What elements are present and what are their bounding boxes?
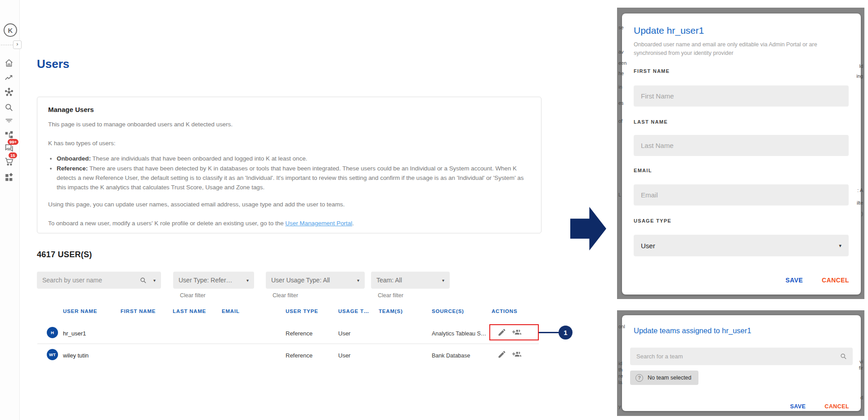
add-to-team-icon[interactable] [512,350,521,359]
info-card-p2: K has two types of users: [48,139,530,148]
page-title: Users [37,57,69,71]
col-header-sources: SOURCE(S) [432,308,464,314]
info-card-p4: To onboard a new user, modify a users' K… [48,219,530,228]
backdrop-text-fragment: d [860,395,863,400]
avatar: H [47,327,58,338]
cell-sources: Bank Database [432,353,470,359]
avatar: WT [47,349,58,360]
search-icon [139,277,147,284]
last-name-label: LAST NAME [634,119,668,125]
cell-usage-type: User [338,330,350,337]
update-user-modal: Update hr_user1 Onboarded user name and … [622,13,861,295]
chevron-down-icon: ▾ [153,278,156,283]
cell-username: hr_user1 [63,330,86,337]
cancel-button[interactable]: CANCEL [822,277,849,284]
chevron-down-icon: ▾ [839,243,841,249]
backdrop-text-fragment: : A [857,188,863,193]
usage-type-filter[interactable]: User Usage Type: All ▾ [266,272,365,289]
clear-user-type-filter[interactable]: Clear filter [180,292,206,299]
backdrop-text-fragment: es [618,100,624,106]
usage-type-select[interactable]: User ▾ [634,235,849,256]
cell-user-type: Reference [286,352,313,359]
widgets-icon[interactable] [4,173,14,183]
user-type-filter[interactable]: User Type: Refer… ▾ [173,272,254,289]
backdrop-text-fragment: y [618,404,621,409]
email-field[interactable] [634,184,849,206]
col-header-teams: TEAM(S) [379,308,403,314]
chevron-down-icon: ▾ [357,278,359,283]
info-card-heading: Manage Users [48,106,530,113]
search-user-input[interactable]: Search by user name ▾ [37,272,161,289]
backdrop-text-fragment: ilte [857,200,863,206]
left-nav-rail: K › 99+ 15 [0,0,20,420]
search-icon [840,353,847,360]
backdrop-text-fragment: he [618,71,624,76]
row-divider [37,344,539,344]
annotation-highlight-box [489,324,539,340]
help-icon: ? [635,374,643,382]
edit-user-icon[interactable] [497,350,506,359]
cell-usage-type: User [338,352,350,359]
col-header-first-name: FIRST NAME [121,308,156,314]
chevron-down-icon: ▾ [246,278,249,283]
arrow-right-icon [570,207,606,250]
cell-user-type: Reference [286,330,313,337]
chat-badge: 99+ [8,139,18,145]
clear-usage-type-filter[interactable]: Clear filter [273,292,298,299]
list-item: Onboarded: These are individuals that ha… [57,154,530,164]
backdrop-text-fragment: of [618,118,622,124]
team-filter[interactable]: Team: All ▾ [371,272,450,289]
info-card-p3: Using this page, you can update user nam… [48,200,530,209]
save-button[interactable]: SAVE [786,277,803,284]
update-teams-screenshot: Update teams assigned to hr_user1 ? No t… [617,310,864,416]
cell-sources: Analytics Tableau S… [432,331,486,337]
team-search-input[interactable] [635,353,840,360]
hierarchy-icon[interactable] [4,130,14,140]
col-header-email: EMAIL [222,308,240,314]
update-user-screenshot: Update hr_user1 Onboarded user name and … [617,8,864,299]
col-header-usage-type: USAGE T… [338,308,369,314]
filter-icon[interactable] [4,116,14,125]
annotation-step-badge: 1 [559,326,573,340]
trending-icon[interactable] [4,73,14,83]
modal-title: Update hr_user1 [634,25,704,36]
cell-username: wiley tutin [63,352,89,359]
user-types-list: Onboarded: These are individuals that ha… [48,154,530,192]
backdrop-text-fragment: vi [859,359,863,364]
info-card-p1: This page is used to manage onboarded us… [48,120,530,129]
backdrop-text-fragment: een [618,60,626,66]
last-name-field[interactable] [634,135,849,156]
screenshot-root: K › 99+ 15 [0,0,868,420]
col-header-actions: ACTIONS [492,308,517,314]
network-cluster-icon[interactable] [4,87,14,97]
col-header-user-name: USER NAME [63,308,97,314]
sidebar-expand-button[interactable]: › [13,40,22,49]
backdrop-text-fragment: ing [856,73,863,79]
backdrop-text-fragment: la [618,380,622,385]
chevron-down-icon: ▾ [442,278,444,283]
search-icon[interactable] [4,103,14,112]
clear-team-filter[interactable]: Clear filter [378,292,403,299]
chip-label: No team selected [648,375,691,381]
cart-badge: 15 [9,152,17,158]
backdrop-text-fragment: se [618,25,624,30]
backdrop-text-fragment: in [618,84,622,89]
modal-subtitle: Onboarded user name and email are only e… [634,40,823,58]
backdrop-text-fragment: av [618,49,624,54]
user-management-portal-link[interactable]: User Management Portal [285,220,352,227]
modal-title: Update teams assigned to hr_user1 [634,326,751,335]
home-icon[interactable] [4,58,14,68]
cancel-button[interactable]: CANCEL [825,403,849,410]
backdrop-text-fragment: onl [618,324,625,329]
backdrop-text-fragment: id [618,361,622,366]
backdrop-text-fragment: L [618,192,621,197]
col-header-user-type: USER TYPE [286,308,318,314]
save-button[interactable]: SAVE [790,403,806,410]
annotation-connector-line [539,332,559,333]
rail-divider [1,45,13,45]
backdrop-text-fragment: ) [861,211,863,216]
update-teams-modal: Update teams assigned to hr_user1 ? No t… [622,315,861,411]
backdrop-text-fragment: fir [859,365,863,371]
col-header-last-name: LAST NAME [173,308,206,314]
first-name-field[interactable] [634,85,849,107]
